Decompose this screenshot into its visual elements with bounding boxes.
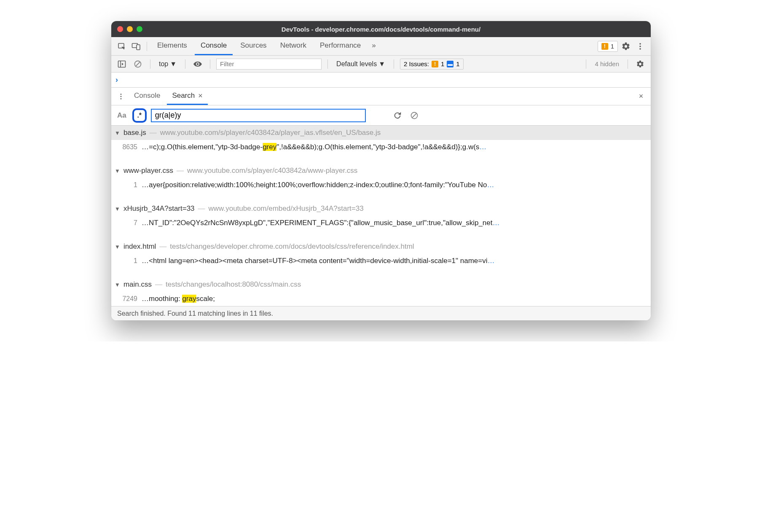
console-toolbar: top ▼ Default levels ▼ 2 Issues: ! 1 ▬ 1… [111,56,651,73]
line-number: 1 [118,181,137,189]
match-row[interactable]: 1 …ayer{position:relative;width:100%;hei… [111,178,651,192]
match-row[interactable]: 1 …<html lang=en><head><meta charset=UTF… [111,254,651,268]
sidebar-toggle-icon[interactable] [115,58,128,70]
divider [394,59,394,69]
device-toggle-icon[interactable] [130,40,142,53]
regex-toggle[interactable]: .* [132,108,147,123]
line-number: 8635 [118,143,137,151]
context-selector[interactable]: top ▼ [156,60,179,68]
hidden-count[interactable]: 4 hidden [592,60,622,67]
tab-console[interactable]: Console [195,37,233,55]
devtools-window: DevTools - developer.chrome.com/docs/dev… [111,21,651,320]
match-text: …=c);g.O(this.element,"ytp-3d-badge-grey… [142,143,647,151]
svg-point-4 [639,46,641,47]
gear-icon[interactable] [620,40,632,53]
svg-point-12 [121,98,122,99]
drawer-tab-label: Search [172,91,195,100]
warning-icon: ! [432,61,438,67]
tab-sources[interactable]: Sources [234,37,272,55]
refresh-icon[interactable] [391,109,404,122]
match-text: …NT_ID":"2OeQYs2rNcSnW8yxpLgD","EXPERIME… [142,219,647,227]
file-path: tests/changes/localhost:8080/css/main.cs… [166,280,301,289]
context-label: top [159,60,168,68]
match-text: …moothing: grayscale; [142,295,647,303]
search-input[interactable] [151,109,366,122]
chevron-down-icon: ▼ [115,244,120,250]
info-count: 1 [456,60,459,67]
svg-line-14 [412,113,416,118]
issues-pill[interactable]: ! 1 [598,41,618,52]
chevron-down-icon: ▼ [115,282,120,288]
main-tabstrip: Elements Console Sources Network Perform… [111,37,651,56]
window-title: DevTools - developer.chrome.com/docs/dev… [111,26,651,33]
kebab-icon[interactable] [115,90,127,103]
close-icon[interactable] [117,26,123,32]
traffic-lights [117,26,142,32]
result-file-header[interactable]: ▼ index.html — tests/changes/developer.c… [111,239,651,254]
match-text: …ayer{position:relative;width:100%;heigh… [142,181,647,189]
line-number: 7 [118,219,137,227]
console-prompt[interactable]: › [111,73,651,88]
svg-point-10 [121,94,122,95]
tab-overflow[interactable]: » [368,37,379,55]
search-bar: Aa .* [111,105,651,126]
inspect-icon[interactable] [115,40,128,53]
file-name: main.css [123,280,152,289]
chevron-down-icon: ▼ [170,60,177,68]
filter-input[interactable] [216,59,322,70]
match-row[interactable]: 8635 …=c);g.O(this.element,"ytp-3d-badge… [111,140,651,154]
close-drawer-icon[interactable]: × [635,90,647,103]
kebab-icon[interactable] [634,40,647,53]
live-expression-icon[interactable] [191,58,204,70]
clear-icon[interactable] [408,109,421,122]
prompt-chevron-icon: › [115,75,118,84]
close-icon[interactable]: × [198,91,203,100]
issues-label: 2 Issues: [404,60,429,67]
match-row[interactable]: 7 …NT_ID":"2OeQYs2rNcSnW8yxpLgD","EXPERI… [111,216,651,230]
result-file-header[interactable]: ▼ main.css — tests/changes/localhost:808… [111,277,651,292]
file-name: xHusjrb_34A?start=33 [123,204,195,213]
divider [150,59,150,69]
result-file-header[interactable]: ▼ base.js — www.youtube.com/s/player/c40… [111,126,651,140]
gear-icon[interactable] [634,58,647,70]
match-row[interactable]: 7249 …moothing: grayscale; [111,292,651,306]
svg-point-3 [639,43,641,45]
titlebar: DevTools - developer.chrome.com/docs/dev… [111,21,651,37]
divider [628,59,628,69]
drawer-tab-console[interactable]: Console [129,88,165,105]
svg-line-9 [136,62,140,66]
tab-network[interactable]: Network [274,37,312,55]
maximize-icon[interactable] [137,26,142,32]
divider [586,59,586,69]
tab-performance[interactable]: Performance [314,37,367,55]
log-levels-selector[interactable]: Default levels ▼ [334,60,388,68]
file-path: www.youtube.com/s/player/c403842a/www-pl… [187,167,357,175]
status-bar: Search finished. Found 11 matching lines… [111,306,651,320]
search-results: ▼ base.js — www.youtube.com/s/player/c40… [111,126,651,306]
file-name: base.js [123,129,146,137]
divider [327,59,328,69]
case-sensitive-toggle[interactable]: Aa [115,111,128,120]
divider [147,42,147,51]
result-file-header[interactable]: ▼ xHusjrb_34A?start=33 — www.youtube.com… [111,202,651,216]
file-path: www.youtube.com/s/player/c403842a/player… [160,129,381,137]
chevron-down-icon: ▼ [115,168,120,174]
file-path: www.youtube.com/embed/xHusjrb_34A?start=… [209,204,364,213]
minimize-icon[interactable] [127,26,133,32]
chevron-down-icon: ▼ [115,130,120,136]
match-text: …<html lang=en><head><meta charset=UTF-8… [142,257,647,265]
chevron-down-icon: ▼ [378,60,385,68]
status-text: Search finished. Found 11 matching lines… [117,310,273,317]
clear-console-icon[interactable] [131,58,144,70]
drawer-tab-search[interactable]: Search × [167,88,207,105]
svg-point-11 [121,96,122,97]
divider [185,59,185,69]
line-number: 1 [118,257,137,265]
tab-elements[interactable]: Elements [151,37,193,55]
warning-icon: ! [601,43,608,50]
result-file-header[interactable]: ▼ www-player.css — www.youtube.com/s/pla… [111,164,651,178]
info-icon: ▬ [447,61,453,67]
issue-count: 1 [611,43,614,50]
issues-summary[interactable]: 2 Issues: ! 1 ▬ 1 [400,59,464,70]
divider [210,59,210,69]
